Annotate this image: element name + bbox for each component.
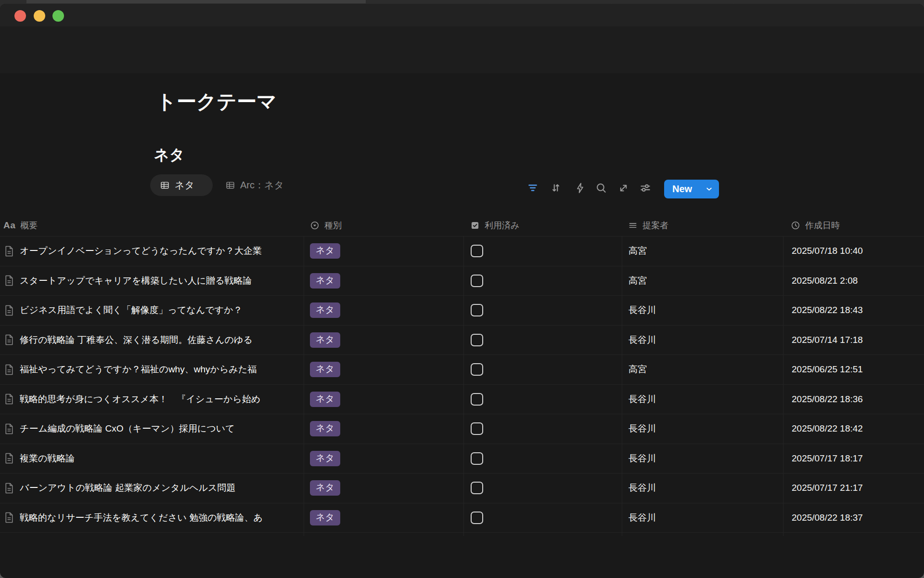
zoom-window-button[interactable] <box>52 10 64 22</box>
checkbox-unchecked[interactable] <box>471 422 483 435</box>
row-used-cell[interactable] <box>463 326 622 355</box>
automation-icon[interactable] <box>572 180 588 196</box>
row-title-cell[interactable]: 戦略的思考が身につくオススメ本！ 『イシューから始め <box>0 385 304 414</box>
row-used-cell[interactable] <box>463 355 622 384</box>
row-used-cell[interactable] <box>463 385 622 414</box>
settings-sliders-icon[interactable] <box>637 180 654 196</box>
type-tag: ネタ <box>310 273 340 289</box>
row-title-cell[interactable]: チーム編成の戦略論 CxO（キーマン）採用について <box>0 414 304 444</box>
search-icon[interactable] <box>593 180 609 196</box>
page-icon <box>3 275 14 287</box>
row-used-cell[interactable] <box>463 236 622 266</box>
checkbox-unchecked[interactable] <box>471 334 483 346</box>
view-tab-neta[interactable]: ネタ <box>150 174 213 196</box>
row-used-cell[interactable] <box>463 414 622 444</box>
row-proposer-cell[interactable]: 長谷川 <box>622 326 783 355</box>
row-type-cell[interactable]: ネタ <box>304 236 463 266</box>
row-title-cell[interactable]: スタートアップでキャリアを構築したい人に贈る戦略論 <box>0 266 304 296</box>
table-view-icon <box>225 180 235 190</box>
row-created-cell[interactable]: 2025/07/17 21:17 <box>783 473 924 503</box>
row-proposer-cell[interactable]: 長谷川 <box>622 444 783 473</box>
row-proposer-cell[interactable]: 長谷川 <box>622 385 783 414</box>
row-type-cell[interactable]: ネタ <box>304 385 463 414</box>
checkbox-unchecked[interactable] <box>471 275 483 287</box>
row-type-cell[interactable]: ネタ <box>304 326 463 355</box>
expand-icon[interactable] <box>615 180 631 196</box>
minimize-window-button[interactable] <box>34 10 45 22</box>
row-proposer-cell[interactable]: 高宮 <box>622 266 783 296</box>
row-used-cell[interactable] <box>463 296 622 325</box>
row-title-cell[interactable]: 戦略的なリサーチ手法を教えてください 勉強の戦略論、あ <box>0 503 304 533</box>
row-title-cell[interactable]: 修行の戦略論 丁稚奉公、深く潜る期間。佐藤さんのゆる <box>0 326 304 355</box>
row-title-cell[interactable]: バーンアウトの戦略論 起業家のメンタルヘルス問題 <box>0 473 304 503</box>
sort-icon[interactable] <box>548 180 564 196</box>
row-created-cell[interactable]: 2025/08/21 2:08 <box>783 266 924 296</box>
row-type-cell[interactable]: ネタ <box>304 444 463 473</box>
type-tag: ネタ <box>310 362 340 377</box>
created-text: 2025/08/21 2:08 <box>792 276 858 286</box>
row-created-cell[interactable]: 2025/07/14 17:18 <box>783 326 924 355</box>
checkbox-unchecked[interactable] <box>471 452 483 465</box>
row-title-cell[interactable]: ビジネス用語でよく聞く「解像度」ってなんですか？ <box>0 296 304 325</box>
row-used-cell[interactable] <box>463 266 622 296</box>
row-created-cell[interactable]: 2025/07/18 10:40 <box>783 236 924 266</box>
row-created-cell[interactable]: 2025/08/22 18:43 <box>783 296 924 325</box>
window-titlebar <box>0 4 924 26</box>
proposer-text: 長谷川 <box>629 304 656 316</box>
created-text: 2025/08/22 18:36 <box>792 394 863 405</box>
row-type-cell[interactable]: ネタ <box>304 414 463 444</box>
row-proposer-cell[interactable]: 高宮 <box>622 355 783 384</box>
created-text: 2025/07/14 17:18 <box>792 335 863 345</box>
row-title: オープンイノベーションってどうなったんですか？大企業 <box>20 245 262 257</box>
checkbox-unchecked[interactable] <box>471 304 483 316</box>
checkbox-unchecked[interactable] <box>471 482 483 494</box>
column-header-proposer[interactable]: 提案者 <box>622 215 783 236</box>
row-title-cell[interactable]: オープンイノベーションってどうなったんですか？大企業 <box>0 236 304 266</box>
checkbox-unchecked[interactable] <box>471 363 483 376</box>
row-created-cell[interactable]: 2025/08/22 18:37 <box>783 503 924 533</box>
column-header-summary[interactable]: Aa 概要 <box>0 215 304 236</box>
page-icon <box>3 512 14 524</box>
type-tag: ネタ <box>310 480 340 496</box>
row-proposer-cell[interactable]: 高宮 <box>622 236 783 266</box>
row-type-cell[interactable]: ネタ <box>304 503 463 533</box>
row-title-cell[interactable]: 福祉やってみてどうですか？福祉のwhy、whyからみた福 <box>0 355 304 384</box>
view-tab-arc-neta[interactable]: Arc：ネタ <box>220 174 289 196</box>
proposer-text: 高宮 <box>629 245 647 257</box>
row-proposer-cell[interactable]: 長谷川 <box>622 503 783 533</box>
row-created-cell[interactable]: 2025/08/22 18:36 <box>783 385 924 414</box>
row-type-cell[interactable]: ネタ <box>304 355 463 384</box>
column-header-created[interactable]: 作成日時 <box>783 215 924 236</box>
checkbox-unchecked[interactable] <box>471 512 483 524</box>
checkbox-unchecked[interactable] <box>471 393 483 406</box>
background-window-edge <box>26 0 366 3</box>
table-row: スタートアップでキャリアを構築したい人に贈る戦略論 ネタ 高宮 2025/08/… <box>0 266 924 296</box>
row-created-cell[interactable]: 2025/07/17 18:17 <box>783 444 924 473</box>
row-proposer-cell[interactable]: 長谷川 <box>622 473 783 503</box>
page-icon <box>3 334 14 346</box>
type-tag: ネタ <box>310 243 340 259</box>
row-type-cell[interactable]: ネタ <box>304 473 463 503</box>
chevron-down-icon[interactable] <box>705 185 713 193</box>
new-button[interactable]: New <box>664 180 719 198</box>
row-used-cell[interactable] <box>463 473 622 503</box>
type-tag: ネタ <box>310 392 340 407</box>
close-window-button[interactable] <box>14 10 26 22</box>
row-created-cell[interactable]: 2025/06/25 12:51 <box>783 355 924 384</box>
row-title-cell[interactable]: 複業の戦略論 <box>0 444 304 473</box>
proposer-text: 長谷川 <box>629 512 656 524</box>
row-used-cell[interactable] <box>463 503 622 533</box>
created-text: 2025/07/18 10:40 <box>792 246 863 256</box>
row-proposer-cell[interactable]: 長谷川 <box>622 414 783 444</box>
row-type-cell[interactable]: ネタ <box>304 296 463 325</box>
column-header-type[interactable]: 種別 <box>304 215 463 236</box>
row-used-cell[interactable] <box>463 444 622 473</box>
type-tag: ネタ <box>310 421 340 436</box>
column-header-used[interactable]: 利用済み <box>463 215 622 236</box>
row-created-cell[interactable]: 2025/08/22 18:42 <box>783 414 924 444</box>
filter-icon[interactable] <box>525 180 541 196</box>
checkbox-unchecked[interactable] <box>471 245 483 257</box>
row-proposer-cell[interactable]: 長谷川 <box>622 296 783 325</box>
page-icon <box>3 423 14 435</box>
row-type-cell[interactable]: ネタ <box>304 266 463 296</box>
